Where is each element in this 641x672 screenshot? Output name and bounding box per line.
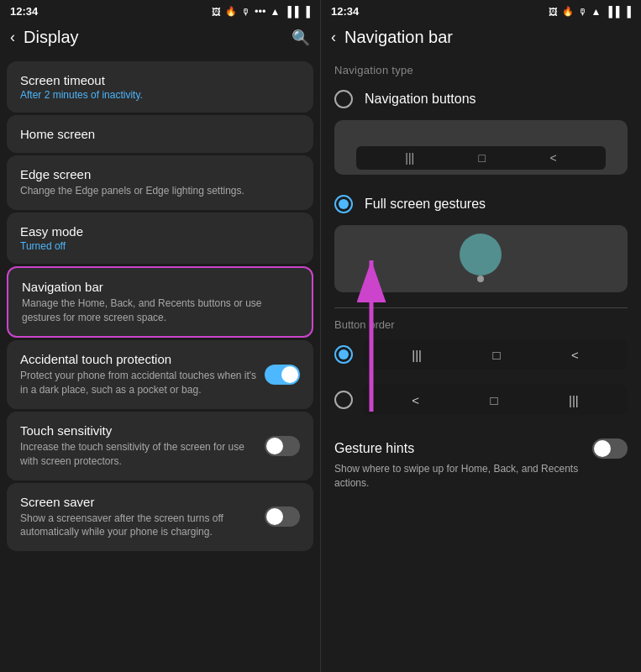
search-button-left[interactable]: 🔍 <box>292 29 310 47</box>
back-button-right[interactable]: ‹ <box>331 29 336 46</box>
nav-buttons-preview: ||| □ < <box>334 120 628 175</box>
full-gestures-radio[interactable] <box>334 195 353 213</box>
settings-item-screen-timeout[interactable]: Screen timeout After 2 minutes of inacti… <box>7 61 313 113</box>
wifi-icon: ▲ <box>271 6 281 18</box>
order-1-icon-2: □ <box>492 348 500 362</box>
nav-option-gestures[interactable]: Full screen gestures <box>321 186 641 222</box>
right-panel: 12:34 🖼 🔥 🎙 ▲ ▐▐ ▐ ‹ Navigation bar Navi… <box>320 0 641 672</box>
settings-item-screen-saver[interactable]: Screen saver Show a screensaver after th… <box>7 483 313 552</box>
order-1-radio[interactable] <box>334 345 353 364</box>
screen-saver-title: Screen saver <box>20 495 265 509</box>
nav-buttons-label: Navigation buttons <box>365 92 476 107</box>
nav-option-buttons[interactable]: Navigation buttons <box>321 81 641 117</box>
order-bar-2: < □ ||| <box>363 385 628 415</box>
status-icons-left: 🖼 🔥 🎙 ••• ▲ ▐▐ ▐ <box>212 5 310 18</box>
settings-item-easy-mode[interactable]: Easy mode Turned off <box>7 213 313 264</box>
settings-item-edge-screen[interactable]: Edge screen Change the Edge panels or Ed… <box>7 155 313 210</box>
mic-icon: 🎙 <box>241 7 250 17</box>
screen-saver-toggle[interactable] <box>265 507 300 527</box>
page-title-right: Navigation bar <box>344 28 631 47</box>
home-icon: □ <box>479 151 486 165</box>
easy-mode-subtitle: Turned off <box>20 240 300 252</box>
divider-1 <box>334 307 628 308</box>
status-bar-left: 12:34 🖼 🔥 🎙 ••• ▲ ▐▐ ▐ <box>0 0 320 21</box>
toggle-knob-3 <box>266 508 283 525</box>
button-order-row-2[interactable]: < □ ||| <box>321 380 641 420</box>
top-bar-left: ‹ Display 🔍 <box>0 21 320 55</box>
accidental-touch-toggle[interactable] <box>265 365 300 385</box>
toggle-knob-2 <box>266 438 283 454</box>
settings-list: Screen timeout After 2 minutes of inacti… <box>0 55 320 672</box>
radio-inner <box>339 199 349 209</box>
gestures-preview-box <box>334 225 628 292</box>
touch-sensitivity-toggle[interactable] <box>265 436 300 456</box>
easy-mode-title: Easy mode <box>20 224 300 239</box>
settings-item-touch-sensitivity[interactable]: Touch sensitivity Increase the touch sen… <box>7 412 313 480</box>
order-1-icon-1: ||| <box>412 348 422 362</box>
mic-icon-r: 🎙 <box>578 7 587 17</box>
full-gestures-label: Full screen gestures <box>365 197 486 212</box>
order-2-icon-2: □ <box>490 393 497 407</box>
gesture-hints-toggle[interactable] <box>592 438 628 459</box>
gesture-circle <box>460 234 502 276</box>
navigation-type-label: Navigation type <box>321 55 641 81</box>
touch-sensitivity-title: Touch sensitivity <box>20 423 265 438</box>
accidental-touch-desc: Protect your phone from accidental touch… <box>20 369 265 397</box>
accidental-touch-title: Accidental touch protection <box>20 352 265 366</box>
screen-timeout-subtitle: After 2 minutes of inactivity. <box>20 89 300 101</box>
navigation-bar-title: Navigation bar <box>22 280 298 294</box>
home-screen-title: Home screen <box>20 127 300 141</box>
notification-icon: 🖼 <box>212 7 221 17</box>
settings-item-home-screen[interactable]: Home screen <box>7 115 313 153</box>
back-icon: < <box>549 151 556 165</box>
settings-item-accidental-touch[interactable]: Accidental touch protection Protect your… <box>7 340 313 409</box>
toggle-knob <box>281 366 298 383</box>
top-bar-right: ‹ Navigation bar <box>321 21 641 55</box>
button-order-row-1[interactable]: ||| □ < <box>321 334 641 375</box>
edge-screen-desc: Change the Edge panels or Edge lighting … <box>20 184 300 198</box>
order-2-icon-1: < <box>412 393 419 407</box>
back-button-left[interactable]: ‹ <box>10 29 15 46</box>
gesture-hints-section: Gesture hints Show where to swipe up for… <box>321 430 641 499</box>
status-time-right: 12:34 <box>331 5 359 18</box>
status-icons-right: 🖼 🔥 🎙 ▲ ▐▐ ▐ <box>549 6 631 18</box>
nav-buttons-radio[interactable] <box>334 90 353 108</box>
page-title-left: Display <box>24 28 292 47</box>
nav-bar-preview: ||| □ < <box>356 146 606 170</box>
status-bar-right: 12:34 🖼 🔥 🎙 ▲ ▐▐ ▐ <box>321 0 641 21</box>
touch-sensitivity-desc: Increase the touch sensitivity of the sc… <box>20 440 265 469</box>
signal-icon-r: ▐▐ <box>605 6 619 18</box>
edge-screen-title: Edge screen <box>20 167 300 181</box>
radio-inner-2 <box>339 349 349 360</box>
battery-icon: ▐ <box>302 6 310 18</box>
battery-icon-r: ▐ <box>623 6 631 18</box>
right-panel-wrapper: 12:34 🖼 🔥 🎙 ▲ ▐▐ ▐ ‹ Navigation bar Navi… <box>320 0 641 672</box>
button-order-label: Button order <box>321 312 641 334</box>
toggle-knob-4 <box>594 440 611 457</box>
status-time-left: 12:34 <box>10 5 38 18</box>
settings-item-navigation-bar[interactable]: Navigation bar Manage the Home, Back, an… <box>7 266 313 339</box>
gesture-hints-desc: Show where to swipe up for Home, Back, a… <box>334 462 628 491</box>
signal-icon: ▐▐ <box>284 6 298 18</box>
wifi-icon-r: ▲ <box>591 6 602 18</box>
screen-timeout-title: Screen timeout <box>20 73 300 87</box>
gesture-dot <box>477 276 484 282</box>
order-2-icon-3: ||| <box>569 393 579 407</box>
gesture-hints-title: Gesture hints <box>334 441 414 456</box>
left-panel: 12:34 🖼 🔥 🎙 ••• ▲ ▐▐ ▐ ‹ Display 🔍 Scree… <box>0 0 320 672</box>
fire-icon-r: 🔥 <box>562 6 574 17</box>
fire-icon: 🔥 <box>225 6 237 17</box>
order-2-radio[interactable] <box>334 391 353 409</box>
navigation-bar-desc: Manage the Home, Back, and Recents butto… <box>22 297 298 325</box>
more-icon: ••• <box>255 5 266 18</box>
notification-icon-r: 🖼 <box>549 7 558 17</box>
screen-saver-desc: Show a screensaver after the screen turn… <box>20 512 265 540</box>
order-1-icon-3: < <box>571 348 579 362</box>
order-bar-1: ||| □ < <box>363 339 628 370</box>
recent-icon: ||| <box>405 151 414 165</box>
